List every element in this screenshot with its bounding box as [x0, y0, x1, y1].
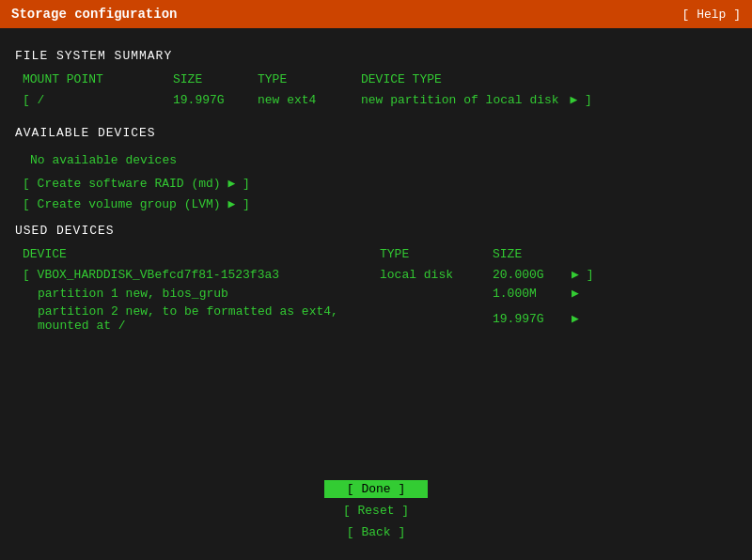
ud-disk-arrow: ▶ ]: [572, 267, 593, 282]
fs-col-type: TYPE: [258, 72, 361, 86]
create-lvm-link[interactable]: [ Create volume group (LVM) ▶ ]: [15, 194, 737, 214]
ud-partition1-arrow: ▶: [572, 286, 579, 301]
ud-partition1-size: 1.000M: [493, 287, 568, 301]
fs-col-device-type: DEVICE TYPE: [361, 72, 729, 86]
ud-col-device: DEVICE: [23, 247, 380, 261]
ud-col-size: SIZE: [493, 247, 568, 261]
back-button[interactable]: [ Back ]: [324, 523, 428, 541]
help-button[interactable]: [ Help ]: [682, 8, 741, 22]
ud-row-partition2[interactable]: partition 2 new, to be formatted as ext4…: [15, 303, 737, 334]
ud-partition2-device: partition 2 new, to be formatted as ext4…: [23, 304, 380, 333]
fs-summary-header: FILE SYSTEM SUMMARY: [15, 49, 737, 63]
ud-disk-device: [ VBOX_HARDDISK_VBefcd7f81-1523f3a3: [23, 268, 380, 282]
fs-mount-point: [ /: [23, 93, 173, 107]
ud-col-type: TYPE: [380, 247, 493, 261]
footer-buttons: [ Done ] [ Reset ] [ Back ]: [324, 480, 428, 541]
fs-device-type: new partition of local disk ▶ ]: [361, 92, 729, 107]
ud-row-disk[interactable]: [ VBOX_HARDDISK_VBefcd7f81-1523f3a3 loca…: [15, 265, 737, 284]
fs-row[interactable]: [ / 19.997G new ext4 new partition of lo…: [15, 90, 737, 109]
ud-disk-type: local disk: [380, 268, 493, 282]
title-bar: Storage configuration [ Help ]: [0, 0, 752, 28]
ud-partition2-size: 19.997G: [493, 312, 568, 326]
no-devices-text: No available devices: [15, 148, 737, 173]
main-content: FILE SYSTEM SUMMARY MOUNT POINT SIZE TYP…: [0, 28, 752, 344]
fs-type: new ext4: [258, 93, 361, 107]
fs-size: 19.997G: [173, 93, 258, 107]
fs-table-header: MOUNT POINT SIZE TYPE DEVICE TYPE: [15, 70, 737, 88]
available-devices-header: AVAILABLE DEVICES: [15, 126, 737, 140]
fs-col-mount: MOUNT POINT: [23, 72, 173, 86]
fs-arrow: ▶ ]: [570, 93, 591, 107]
used-devices-header: USED DEVICES: [15, 224, 737, 238]
done-button[interactable]: [ Done ]: [324, 480, 428, 498]
ud-row-partition1[interactable]: partition 1 new, bios_grub 1.000M ▶: [15, 284, 737, 303]
ud-partition2-arrow: ▶: [572, 311, 579, 326]
used-devices-section: USED DEVICES DEVICE TYPE SIZE [ VBOX_HAR…: [15, 224, 737, 334]
ud-partition1-device: partition 1 new, bios_grub: [23, 287, 380, 301]
window-title: Storage configuration: [11, 7, 177, 22]
create-raid-link[interactable]: [ Create software RAID (md) ▶ ]: [15, 173, 737, 194]
ud-disk-size: 20.000G: [493, 268, 568, 282]
fs-col-size: SIZE: [173, 72, 258, 86]
reset-button[interactable]: [ Reset ]: [324, 502, 428, 520]
ud-table-header: DEVICE TYPE SIZE: [15, 245, 737, 263]
